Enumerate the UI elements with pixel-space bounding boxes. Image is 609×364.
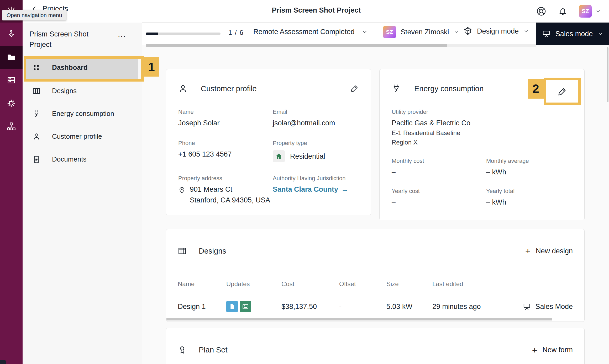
rail-item-org[interactable] (0, 115, 23, 138)
page-title: Prism Screen Shot Project (272, 6, 361, 14)
assignee-avatar: SZ (383, 26, 396, 38)
annotation-badge-1: 1 (144, 57, 159, 77)
field-phone: Phone +1 605 123 4567 (178, 140, 273, 162)
new-form-button[interactable]: + New form (532, 346, 573, 355)
annotation-box-2 (544, 78, 581, 105)
presentation-icon (523, 302, 531, 311)
project-status-dropdown[interactable]: Remote Assessment Completed (253, 28, 368, 36)
stage-progress-count: 1 / 6 (228, 29, 244, 36)
field-email: Email jsolar@hotmail.com (273, 109, 359, 127)
notifications-icon[interactable] (558, 6, 568, 17)
designs-card-title: Designs (199, 247, 226, 255)
design-mode-dropdown[interactable]: Design mode (463, 27, 529, 36)
annotation-box-1 (24, 56, 144, 82)
col-offset: Offset (339, 280, 386, 288)
edit-energy-button[interactable] (558, 87, 567, 96)
col-size: Size (386, 280, 432, 288)
rail-item-customer[interactable] (0, 23, 23, 46)
map-pin-icon (178, 186, 186, 194)
field-ahj: Authority Having Jurisdiction Santa Clar… (273, 175, 359, 204)
plus-icon: + (532, 346, 537, 355)
designs-table-header: Name Updates Cost Offset Size Last edite… (166, 273, 584, 295)
project-status-label: Remote Assessment Completed (253, 28, 355, 36)
ahj-link[interactable]: Santa Clara County → (273, 185, 359, 194)
arrow-right-icon: → (341, 185, 348, 194)
sidebar-project-title: Prism Screen Shot Project (29, 29, 119, 50)
design-row[interactable]: Design 1 $38,137.50 - 5.03 kW 29 minutes… (166, 295, 584, 318)
primary-nav-rail (0, 0, 23, 364)
energy-card-title: Energy consumption (414, 84, 484, 93)
image-update-badge (240, 301, 251, 312)
designs-grid-icon (32, 87, 41, 95)
design-name: Design 1 (178, 303, 226, 311)
app-window: Projects Prism Screen Shot Project SZ (0, 0, 609, 364)
field-name: Name Joseph Solar (178, 109, 273, 127)
field-property-address: Property address 901 Mears Ct Stanford, … (178, 175, 273, 204)
stage-progress-fill (146, 33, 158, 35)
file-update-badge (226, 301, 238, 312)
chevron-down-icon (454, 30, 459, 34)
sales-mode-button[interactable]: Sales mode (536, 23, 609, 45)
rail-item-settings[interactable] (0, 92, 23, 115)
sidebar-item-customer-profile[interactable]: Customer profile (23, 125, 142, 148)
designs-table-scrollbar[interactable] (166, 318, 552, 320)
rail-item-database[interactable] (0, 69, 23, 92)
rail-bottom-notch (0, 360, 6, 364)
ribbon-icon (178, 346, 187, 355)
assignee-name: Steven Zimoski (401, 28, 449, 36)
sidebar-item-designs[interactable]: Designs (23, 79, 142, 102)
row-sales-mode-button[interactable]: Sales Mode (523, 302, 573, 311)
col-name: Name (178, 280, 226, 288)
col-cost: Cost (281, 280, 339, 288)
col-updates: Updates (226, 280, 281, 288)
field-monthly-average: Monthly average – kWh (486, 158, 572, 176)
new-design-button[interactable]: + New design (525, 247, 573, 255)
plus-icon: + (525, 247, 531, 255)
sales-mode-label: Sales mode (555, 30, 593, 38)
toolbar-scrollbar-thumb[interactable] (146, 44, 447, 47)
stage-progress-bar[interactable] (146, 33, 220, 35)
plug-icon (32, 110, 41, 118)
field-property-type: Property type Residential (273, 140, 359, 162)
project-menu-ellipsis[interactable]: ... (118, 30, 126, 39)
chevron-down-icon (597, 31, 603, 37)
design-mode-label: Design mode (477, 27, 519, 35)
pencil-icon (350, 84, 359, 93)
field-yearly-cost: Yearly cost – (392, 188, 486, 206)
assignee-dropdown[interactable]: SZ Steven Zimoski (383, 26, 459, 38)
plug-icon (392, 84, 401, 93)
plan-set-card: Plan Set + New form (166, 328, 585, 364)
help-icon[interactable] (536, 6, 547, 17)
design-cost: $38,137.50 (281, 303, 339, 311)
customer-profile-card: Customer profile Name Joseph Solar Email… (166, 69, 371, 215)
sidebar-item-energy-consumption[interactable]: Energy consumption (23, 102, 142, 125)
house-icon (273, 150, 285, 162)
sidebar-item-documents[interactable]: Documents (23, 148, 142, 171)
pencil-icon (558, 87, 567, 96)
folder-icon (7, 52, 16, 62)
sidebar-item-label: Energy consumption (52, 110, 114, 118)
content-vertical-scrollbar[interactable] (607, 47, 608, 102)
designs-card: Designs + New design Name Updates Cost O… (166, 229, 585, 322)
field-utility-provider: Utility provider Pacific Gas & Electric … (392, 109, 572, 146)
topbar-divider (142, 22, 609, 23)
chevron-down-icon (523, 28, 529, 34)
sidebar-item-label: Designs (52, 87, 77, 95)
sidebar-item-label: Customer profile (52, 132, 102, 141)
person-icon (32, 132, 41, 141)
receipt-icon (32, 155, 41, 164)
user-avatar[interactable]: SZ (579, 5, 592, 18)
plan-set-card-title: Plan Set (199, 346, 228, 354)
field-yearly-total: Yearly total – kWh (486, 188, 572, 206)
design-update-badges (226, 301, 281, 312)
open-navigation-tooltip: Open navigation menu (2, 10, 66, 20)
person-icon (178, 84, 188, 93)
col-last-edited: Last edited (432, 280, 519, 288)
field-monthly-cost: Monthly cost – (392, 158, 486, 176)
top-actions: SZ (536, 0, 601, 23)
account-chevron-icon[interactable] (595, 8, 601, 14)
designs-grid-icon (178, 247, 187, 255)
rail-item-projects[interactable] (0, 46, 23, 69)
presentation-icon (542, 29, 551, 38)
edit-customer-button[interactable] (350, 84, 359, 93)
